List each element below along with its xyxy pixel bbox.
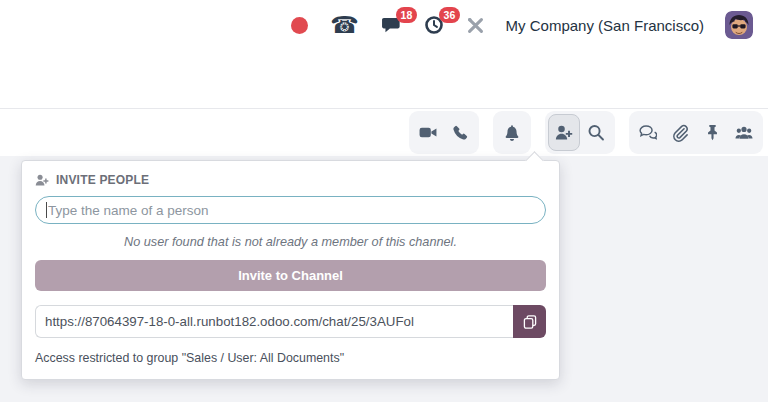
add-users-button[interactable]: [548, 114, 580, 151]
pinned-messages-button[interactable]: [696, 114, 728, 151]
attachments-button[interactable]: [664, 114, 696, 151]
invite-people-popover: INVITE PEOPLE No user found that is not …: [21, 160, 560, 380]
access-restriction-note: Access restricted to group "Sales / User…: [35, 351, 546, 365]
start-video-call-button[interactable]: [412, 114, 444, 151]
voip-phone-icon: ☎: [330, 14, 359, 37]
add-user-icon: [35, 173, 49, 187]
pushpin-icon: [704, 124, 721, 141]
copy-icon: [522, 314, 538, 330]
member-list-button[interactable]: [728, 114, 760, 151]
start-voice-call-button[interactable]: [444, 114, 476, 151]
user-menu[interactable]: [714, 0, 764, 50]
invite-popover-header: INVITE PEOPLE: [35, 173, 546, 187]
developer-tools-button[interactable]: [455, 0, 496, 50]
recording-indicator[interactable]: [280, 0, 319, 50]
members-group-icon: [735, 123, 753, 143]
phone-icon: [452, 124, 469, 141]
voip-button[interactable]: ☎: [319, 0, 370, 50]
channel-content-area: INVITE PEOPLE No user found that is not …: [0, 156, 768, 402]
text-cursor: [46, 202, 47, 218]
search-messages-button[interactable]: [580, 114, 612, 151]
invite-to-channel-button[interactable]: Invite to Channel: [35, 260, 546, 291]
invite-search-group: [545, 111, 615, 154]
bell-icon: [503, 124, 521, 142]
call-button-group: [409, 111, 479, 154]
invite-link-input[interactable]: [35, 305, 513, 338]
search-icon: [587, 123, 605, 142]
no-user-found-message: No user found that is not already a memb…: [35, 235, 546, 249]
record-dot-icon: [291, 17, 308, 34]
invite-link-row: [35, 305, 546, 338]
notification-button-group: [493, 111, 531, 154]
messages-menu[interactable]: 18: [370, 0, 413, 50]
invite-search-wrap: [35, 196, 546, 224]
top-navbar: ☎ 18 36 My Company (San Francisco): [0, 0, 768, 50]
invite-search-input[interactable]: [35, 196, 546, 224]
paperclip-icon: [671, 124, 689, 142]
add-user-icon: [555, 123, 573, 142]
header-spacer: [0, 50, 768, 108]
developer-tools-icon: [466, 16, 485, 35]
company-switcher[interactable]: My Company (San Francisco): [496, 0, 714, 50]
notification-settings-button[interactable]: [496, 114, 528, 151]
activities-menu[interactable]: 36: [413, 0, 455, 50]
channel-info-group: [629, 111, 763, 154]
copy-link-button[interactable]: [513, 305, 546, 338]
company-name: My Company (San Francisco): [506, 17, 704, 34]
user-avatar: [725, 11, 753, 39]
chat-bubbles-icon: [639, 123, 657, 142]
channel-toolbar: [0, 108, 768, 156]
threads-button[interactable]: [632, 114, 664, 151]
invite-popover-title: INVITE PEOPLE: [56, 173, 149, 187]
video-camera-icon: [419, 123, 437, 142]
